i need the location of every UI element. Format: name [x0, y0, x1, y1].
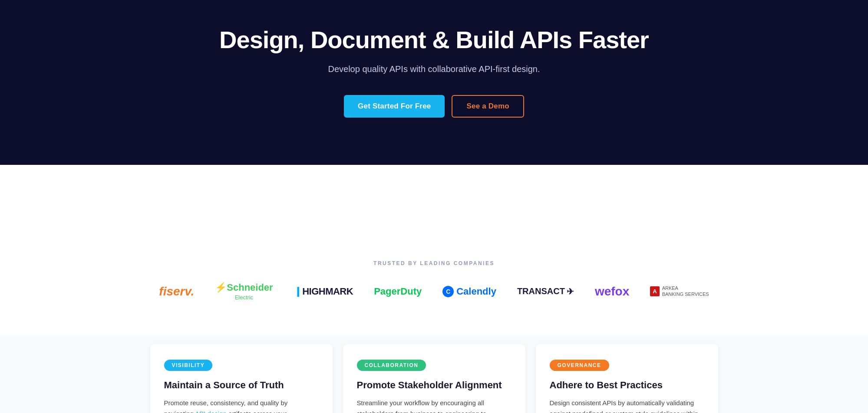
hero-section: Design, Document & Build APIs Faster Dev…	[0, 0, 868, 165]
card-governance-description: Design consistent APIs by automatically …	[550, 398, 704, 413]
hero-title: Design, Document & Build APIs Faster	[9, 26, 859, 54]
logo-pagerduty: PagerDuty	[374, 286, 422, 297]
logo-arkea: A ARKEABANKING SERVICES	[650, 285, 709, 297]
card-collaboration-title: Promote Stakeholder Alignment	[357, 380, 512, 391]
trusted-label: TRUSTED BY LEADING COMPANIES	[17, 260, 851, 266]
logos-row: fiserv. ⚡Schneider Electric ❙HIGHMARK Pa…	[17, 282, 851, 301]
get-started-button[interactable]: Get Started For Free	[344, 95, 445, 118]
hero-subtitle: Develop quality APIs with collaborative …	[9, 64, 859, 74]
card-governance: GOVERNANCE Adhere to Best Practices Desi…	[536, 344, 718, 413]
trusted-section: TRUSTED BY LEADING COMPANIES fiserv. ⚡Sc…	[0, 234, 868, 335]
logo-highmark: ❙HIGHMARK	[294, 286, 353, 297]
cards-section: VISIBILITY Maintain a Source of Truth Pr…	[0, 335, 868, 413]
card-visibility-description: Promote reuse, consistency, and quality …	[164, 398, 319, 413]
card-visibility-title: Maintain a Source of Truth	[164, 380, 319, 391]
badge-visibility: VISIBILITY	[164, 360, 213, 371]
logo-transact: TRANSACT✈	[517, 286, 574, 297]
logo-calendly: C Calendly	[442, 286, 496, 297]
badge-collaboration: COLLABORATION	[357, 360, 426, 371]
card-collaboration: COLLABORATION Promote Stakeholder Alignm…	[343, 344, 525, 413]
card-governance-title: Adhere to Best Practices	[550, 380, 704, 391]
see-demo-button[interactable]: See a Demo	[452, 95, 524, 118]
wave-divider	[0, 165, 868, 234]
logo-wefox: wefox	[595, 285, 629, 298]
card-visibility: VISIBILITY Maintain a Source of Truth Pr…	[150, 344, 333, 413]
logo-schneider-electric: ⚡Schneider Electric	[215, 282, 273, 301]
card-collaboration-description: Streamline your workflow by encouraging …	[357, 398, 512, 413]
badge-governance: GOVERNANCE	[550, 360, 609, 371]
api-design-link[interactable]: API design	[195, 410, 227, 413]
hero-buttons: Get Started For Free See a Demo	[9, 95, 859, 118]
logo-fiserv: fiserv.	[159, 285, 194, 298]
